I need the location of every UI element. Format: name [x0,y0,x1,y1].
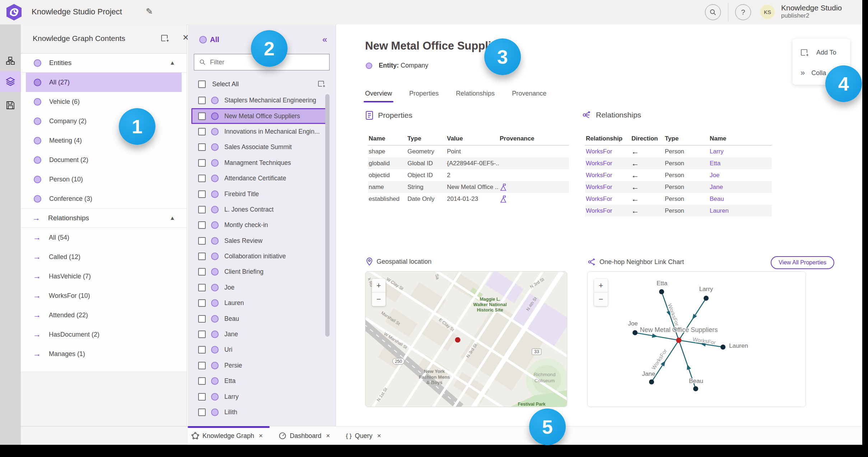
geospatial-map[interactable]: k RdW Clay StSaN 3rd StN 4th StMaggie L.… [365,271,567,407]
relationship-type-item[interactable]: →All (54) [21,228,187,247]
graph-item[interactable]: Montly check-in [188,217,330,233]
link-chart-center-node[interactable] [676,338,682,343]
item-checkbox[interactable] [198,175,206,182]
relationship-type-item[interactable]: →Attended (22) [21,305,187,325]
relationship-link[interactable]: WorksFor [585,148,631,155]
prop-provenance[interactable] [499,183,569,191]
graph-item[interactable]: Sales Associate Summit [188,139,330,155]
table-row[interactable]: nameStringNew Metal Office ... [368,181,569,193]
help-button[interactable]: ? [735,4,751,20]
graph-item[interactable]: Persie [188,358,330,373]
entity-type-item[interactable]: All (27) [26,73,182,92]
item-checkbox[interactable] [198,362,206,369]
entity-type-item[interactable]: Company (2) [21,111,187,131]
graph-item[interactable]: Innovations in Mechanical Engin... [188,124,330,139]
graph-item[interactable]: Collaboration initiative [188,249,330,264]
prop-provenance[interactable] [499,195,569,203]
table-row[interactable]: establishedDate Only2014-01-23 [368,193,569,205]
item-checkbox[interactable] [198,346,206,354]
graph-item[interactable]: Managment Techniques [188,155,330,171]
scrollbar-thumb[interactable] [325,94,330,337]
relationship-type-item[interactable]: →Manages (1) [21,344,187,364]
view-all-properties-button[interactable]: View All Properties [771,256,834,269]
view-tab-knowledge-graph[interactable]: Knowledge Graph× [191,432,263,440]
graph-item[interactable]: Lilith [188,405,330,420]
graph-item[interactable]: Firebird Title [188,186,330,202]
table-row[interactable]: globalidGlobal ID{A228944F-0EF5-... [368,157,569,169]
graph-item[interactable]: Client Briefing [188,264,330,280]
link-chart-node[interactable] [720,345,725,350]
graph-item[interactable]: Staplers Mechanical Engineering [188,93,330,108]
item-checkbox[interactable] [198,143,206,151]
item-checkbox[interactable] [198,299,206,307]
edit-title-icon[interactable]: ✎ [146,6,153,17]
relationship-link[interactable]: WorksFor [585,207,631,214]
graph-item[interactable]: Etta [188,373,330,389]
table-row[interactable]: WorksFor←PersonJoe [585,169,772,181]
graph-item[interactable]: L. Jones Contract [188,202,330,217]
select-all-checkbox[interactable] [198,80,206,88]
table-row[interactable]: WorksFor←PersonBeau [585,193,772,205]
table-row[interactable]: WorksFor←PersonLarry [585,146,772,157]
related-name-link[interactable]: Jane [709,184,772,191]
related-name-link[interactable]: Lauren [709,207,772,214]
table-row[interactable]: WorksFor←PersonJane [585,181,772,193]
select-all-row[interactable]: Select All [188,76,336,92]
item-checkbox[interactable] [198,97,206,104]
tab-overview[interactable]: Overview [365,90,392,102]
table-row[interactable]: WorksFor←PersonEtta [585,157,772,169]
tab-properties[interactable]: Properties [409,90,439,102]
zoom-in-button[interactable]: + [372,279,386,292]
chevron-up-icon[interactable]: ▲ [169,60,175,66]
item-checkbox[interactable] [198,393,206,401]
item-checkbox[interactable] [198,377,206,385]
search-button[interactable] [705,4,721,20]
graph-item[interactable]: Attendance Certificate [188,171,330,186]
item-checkbox[interactable] [198,253,206,260]
table-row[interactable]: objectidObject ID2 [368,169,569,181]
sidebar-item-layers[interactable] [0,71,21,92]
tab-provenance[interactable]: Provenance [512,90,546,102]
item-checkbox[interactable] [198,159,206,167]
item-checkbox[interactable] [198,284,206,291]
item-checkbox[interactable] [198,331,206,338]
item-checkbox[interactable] [198,237,206,245]
user-avatar[interactable]: KS [760,5,775,19]
relationships-section-header[interactable]: → Relationships ▲ [21,208,187,228]
item-checkbox[interactable] [198,315,206,323]
item-checkbox[interactable] [198,408,206,416]
relationship-link[interactable]: WorksFor [585,160,631,167]
entity-type-item[interactable]: Person (10) [21,170,187,189]
table-row[interactable]: shapeGeometryPoint [368,146,569,157]
related-name-link[interactable]: Larry [709,148,772,155]
relationship-link[interactable]: WorksFor [585,195,631,203]
graph-item[interactable]: New Metal Office Suppliers [191,108,328,124]
related-name-link[interactable]: Etta [709,160,772,167]
add-to-new-icon[interactable] [161,34,170,42]
graph-item[interactable]: Joe [188,280,330,295]
view-tab-dashboard[interactable]: Dashboard× [279,432,330,440]
collapse-panel-icon[interactable]: « [322,34,327,45]
list-filter-header[interactable]: All [210,36,219,44]
close-tab-icon[interactable]: × [326,432,330,440]
graph-item[interactable]: Lauren [188,295,330,311]
zoom-out-button[interactable]: − [594,292,608,306]
sidebar-item-save[interactable] [0,95,21,116]
add-to-menu-item[interactable]: Add To [801,48,836,57]
one-hop-link-chart[interactable]: WorksForWorksForWorksForEttaLarryJoeLaur… [587,271,806,407]
close-tab-icon[interactable]: × [259,432,263,440]
item-checkbox[interactable] [198,112,206,120]
item-checkbox[interactable] [198,206,206,213]
chevron-up-icon[interactable]: ▲ [169,215,175,221]
relationship-link[interactable]: WorksFor [585,172,631,179]
graph-item[interactable]: Uri [188,342,330,357]
table-row[interactable]: WorksFor←PersonLauren [585,205,772,217]
link-chart-node[interactable] [649,379,654,384]
entities-section-header[interactable]: Entities ▲ [21,54,187,73]
entity-type-item[interactable]: Vehicle (6) [21,92,187,111]
view-tab-query[interactable]: { }Query× [346,432,381,440]
entity-type-item[interactable]: Meeting (4) [21,131,187,150]
relationship-type-item[interactable]: →WorksFor (10) [21,286,187,305]
link-chart-node[interactable] [659,289,664,294]
close-tab-icon[interactable]: × [377,432,381,440]
